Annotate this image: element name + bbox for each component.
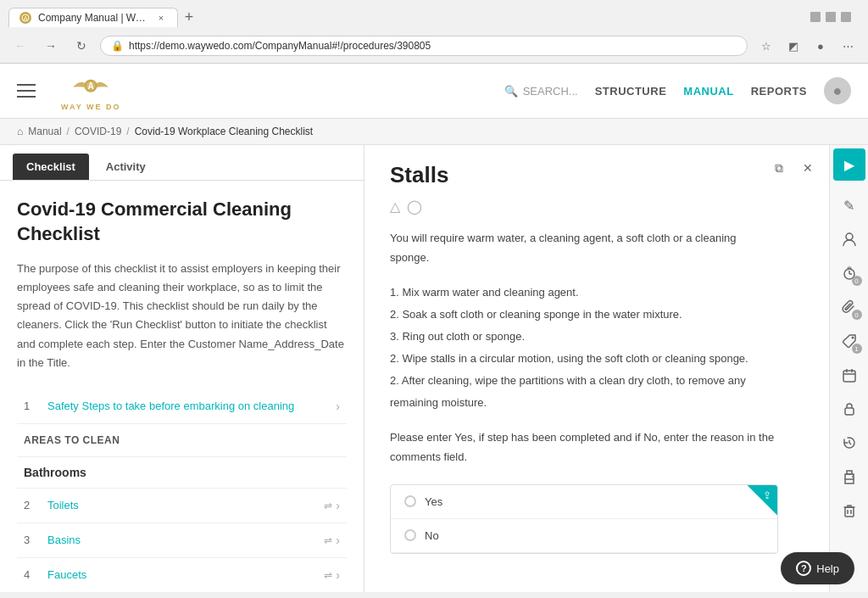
share-icon[interactable]: ⇌ — [324, 534, 332, 546]
search-icon: 🔍 — [504, 85, 518, 98]
step-4: 2. Wipe stalls in a circular motion, usi… — [390, 348, 778, 370]
hamburger-menu[interactable] — [17, 75, 47, 106]
close-window-btn[interactable] — [841, 12, 851, 22]
breadcrumb-sep2: / — [126, 126, 129, 137]
play-btn[interactable]: ▶ — [833, 148, 865, 181]
checklist-title: Covid-19 Commercial Cleaning Checklist — [17, 198, 347, 246]
person-btn[interactable] — [833, 223, 865, 255]
app-header: A WAY WE DO 🔍 SEARCH... STRUCTURE MANUAL… — [0, 64, 868, 119]
left-content: Covid-19 Commercial Cleaning Checklist T… — [0, 181, 364, 592]
svg-rect-18 — [845, 479, 854, 483]
svg-text:A: A — [24, 15, 28, 21]
right-sidebar: ▶ ✎ 0 0 1 — [829, 145, 868, 592]
item-label[interactable]: Faucets — [47, 568, 317, 581]
item-actions: ⇌ › — [324, 499, 340, 512]
breadcrumb-sep: / — [67, 126, 70, 137]
tab-close-btn[interactable]: × — [155, 12, 167, 24]
refresh-btn[interactable]: ↻ — [70, 34, 93, 58]
chevron-right-icon[interactable]: › — [336, 499, 340, 512]
delete-btn[interactable] — [833, 495, 865, 527]
no-label: No — [425, 529, 439, 542]
attachment-btn[interactable]: 0 — [833, 291, 865, 323]
share-icon[interactable]: ⇌ — [324, 500, 332, 511]
help-icon: ? — [796, 561, 811, 576]
share-icon[interactable]: ⇌ — [324, 569, 332, 581]
right-panel: ⧉ ✕ Stalls △ ◯ You will require warm wat… — [364, 145, 829, 592]
profile-btn[interactable]: ● — [809, 34, 832, 58]
svg-rect-15 — [845, 408, 854, 415]
item-label[interactable]: Toilets — [47, 499, 317, 511]
response-box: Yes No ⇪ — [390, 484, 778, 554]
response-yes[interactable]: Yes — [391, 485, 777, 519]
radio-yes[interactable] — [404, 495, 416, 507]
item-label[interactable]: Basins — [47, 534, 317, 546]
chevron-right-icon[interactable]: › — [336, 534, 340, 547]
svg-text:A: A — [88, 81, 94, 91]
minimize-btn[interactable] — [810, 12, 821, 22]
logo-icon: A — [70, 70, 112, 103]
breadcrumb: ⌂ Manual / COVID-19 / Covid-19 Workplace… — [0, 119, 868, 145]
timer-badge: 0 — [852, 276, 862, 286]
item-label[interactable]: Safety Steps to take before embarking on… — [47, 400, 329, 412]
tab-activity[interactable]: Activity — [92, 154, 159, 180]
tab-favicon: A — [19, 12, 31, 24]
address-bar[interactable]: 🔒 https://demo.waywedo.com/CompanyManual… — [100, 36, 748, 56]
svg-line-17 — [849, 443, 851, 444]
list-item: 4 Faucets ⇌ › — [17, 558, 347, 592]
item-number: 4 — [24, 568, 41, 581]
nav-structure[interactable]: STRUCTURE — [595, 85, 667, 98]
chevron-right-icon[interactable]: › — [336, 400, 340, 413]
maximize-btn[interactable] — [826, 12, 836, 22]
user-icon: ● — [833, 82, 843, 100]
home-icon: ⌂ — [17, 126, 23, 137]
expand-btn[interactable]: ⧉ — [768, 157, 790, 179]
help-label: Help — [816, 562, 839, 575]
breadcrumb-manual[interactable]: Manual — [28, 126, 61, 137]
nav-manual[interactable]: MANUAL — [683, 85, 733, 98]
left-panel: Checklist Activity Covid-19 Commercial C… — [0, 145, 364, 592]
forward-btn[interactable]: → — [39, 34, 63, 58]
edit-btn[interactable]: ✎ — [833, 189, 865, 221]
browser-toolbar: ← → ↻ 🔒 https://demo.waywedo.com/Company… — [0, 29, 868, 63]
cast-btn[interactable]: ◩ — [782, 34, 805, 58]
breadcrumb-covid[interactable]: COVID-19 — [75, 126, 121, 137]
calendar-btn[interactable] — [833, 359, 865, 391]
item-actions: › — [336, 400, 340, 413]
radio-no[interactable] — [404, 529, 416, 541]
stall-note: Please enter Yes, if step has been compl… — [390, 428, 778, 467]
list-item: 1 Safety Steps to take before embarking … — [17, 389, 347, 424]
search-area[interactable]: 🔍 SEARCH... — [504, 85, 578, 98]
bookmark-btn[interactable]: ☆ — [754, 34, 778, 58]
user-avatar[interactable]: ● — [824, 77, 851, 104]
response-no[interactable]: No — [391, 519, 777, 553]
tag-btn[interactable]: 1 — [833, 325, 865, 357]
history-btn[interactable] — [833, 427, 865, 459]
stall-icons: △ ◯ — [390, 198, 778, 215]
close-btn[interactable]: ✕ — [797, 157, 819, 179]
lock-btn[interactable] — [833, 393, 865, 425]
tab-title: Company Manual | Way We Do — [38, 12, 148, 24]
tab-checklist[interactable]: Checklist — [13, 154, 89, 180]
list-item: 3 Basins ⇌ › — [17, 523, 347, 558]
step-3: 3. Ring out cloth or sponge. — [390, 326, 778, 348]
section-header: AREAS TO CLEAN — [17, 424, 347, 457]
step-2: 2. Soak a soft cloth or cleaning sponge … — [390, 304, 778, 326]
stall-description: You will require warm water, a cleaning … — [390, 228, 778, 268]
help-button[interactable]: ? Help — [781, 552, 854, 584]
hamburger-line — [17, 84, 36, 86]
back-btn[interactable]: ← — [8, 34, 32, 58]
more-btn[interactable]: ⋯ — [836, 34, 860, 58]
nav-reports[interactable]: REPORTS — [751, 85, 807, 98]
person-icon: △ — [390, 198, 400, 215]
item-number: 1 — [24, 400, 41, 412]
svg-point-5 — [846, 233, 853, 240]
stall-steps: 1. Mix warm water and cleaning agent. 2.… — [390, 282, 778, 414]
item-number: 2 — [24, 499, 41, 511]
url-text: https://demo.waywedo.com/CompanyManual#!… — [129, 40, 431, 52]
timer-btn[interactable]: 0 — [833, 257, 865, 289]
secure-icon: 🔒 — [111, 40, 124, 52]
header-nav: 🔍 SEARCH... STRUCTURE MANUAL REPORTS ● — [504, 77, 851, 104]
new-tab-btn[interactable]: + — [178, 6, 200, 28]
chevron-right-icon[interactable]: › — [336, 568, 340, 582]
print-btn[interactable] — [833, 461, 865, 493]
